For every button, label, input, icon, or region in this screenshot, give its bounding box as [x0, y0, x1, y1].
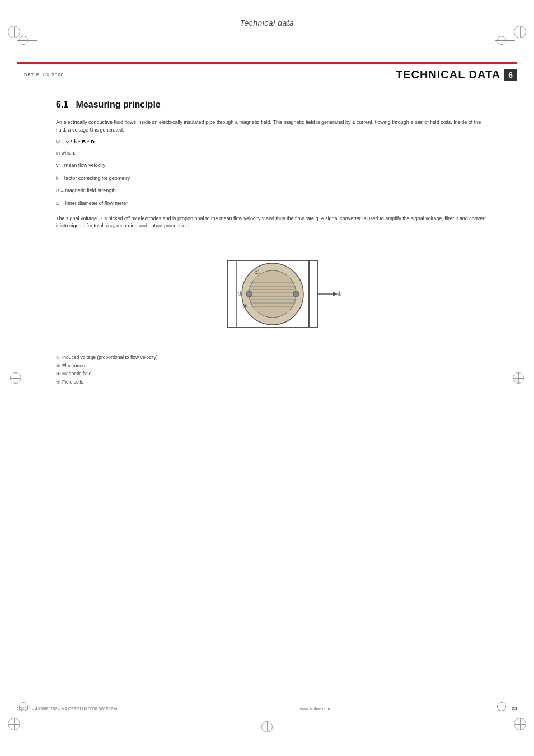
footer-center: www.krohne.com	[300, 707, 330, 711]
side-mark-left	[10, 372, 21, 384]
formula: U = v * k * B * D	[56, 138, 489, 144]
diagram-svg-container: ① ② ③ ④	[194, 244, 351, 344]
footer-page-number: 23	[512, 706, 517, 711]
corner-mark-top-right	[495, 34, 517, 56]
side-mark-right	[513, 372, 524, 384]
legend-item-4: ④ Field coils	[56, 378, 489, 386]
svg-point-16	[293, 291, 299, 297]
bottom-mid-mark	[261, 721, 273, 732]
corner-circle-br	[514, 718, 526, 730]
svg-text:④: ④	[337, 291, 342, 297]
content-area: 6.1 Measuring principle An electrically …	[56, 88, 489, 386]
footer-left: 10/2011 – 4000686202 – MA OPTIFLUX 5000 …	[17, 707, 118, 711]
svg-point-6	[249, 270, 296, 318]
legend-item-1: ① Induced voltage (proportional to flow …	[56, 353, 489, 362]
var-k: k = factor correcting for geometry	[56, 174, 489, 182]
paragraph2: The signal voltage U is picked off by el…	[56, 215, 489, 230]
page-title-area: Technical data	[0, 18, 534, 28]
paragraph1: An electrically conductive fluid flows i…	[56, 119, 489, 134]
variable-list: in which: v = mean flow velocity k = fac…	[56, 149, 489, 207]
var-d: D = inner diameter of flow meter	[56, 199, 489, 207]
section-heading: 6.1 Measuring principle	[56, 100, 489, 110]
product-label: OPTIFLUX 5000	[24, 72, 64, 77]
corner-circle-bl	[8, 718, 20, 730]
header-section: OPTIFLUX 5000 TECHNICAL DATA 6	[17, 64, 517, 86]
svg-text:③: ③	[242, 303, 247, 309]
corner-circle-tl	[8, 26, 20, 38]
svg-point-15	[246, 291, 252, 297]
diagram-area: ① ② ③ ④	[56, 244, 489, 344]
page-title: Technical data	[240, 18, 294, 27]
svg-text:①: ①	[255, 269, 260, 276]
section-title-text: Measuring principle	[76, 100, 161, 109]
diagram-legend: ① Induced voltage (proportional to flow …	[56, 353, 489, 386]
legend-item-3: ③ Magnetic field	[56, 370, 489, 378]
footer: 10/2011 – 4000686202 – MA OPTIFLUX 5000 …	[17, 703, 517, 711]
corner-mark-top-left	[17, 34, 39, 56]
svg-text:②: ②	[238, 291, 243, 297]
in-which-label: in which:	[56, 149, 489, 157]
var-v: v = mean flow velocity	[56, 161, 489, 169]
corner-circle-tr	[514, 26, 526, 38]
section-number: 6.1	[56, 100, 68, 109]
chapter-badge: 6	[504, 69, 517, 81]
var-b: B = magnetic field strength	[56, 186, 489, 194]
technical-data-header: TECHNICAL DATA 6	[396, 68, 517, 81]
section-title: TECHNICAL DATA	[396, 68, 500, 81]
legend-item-2: ② Electrodes	[56, 362, 489, 370]
